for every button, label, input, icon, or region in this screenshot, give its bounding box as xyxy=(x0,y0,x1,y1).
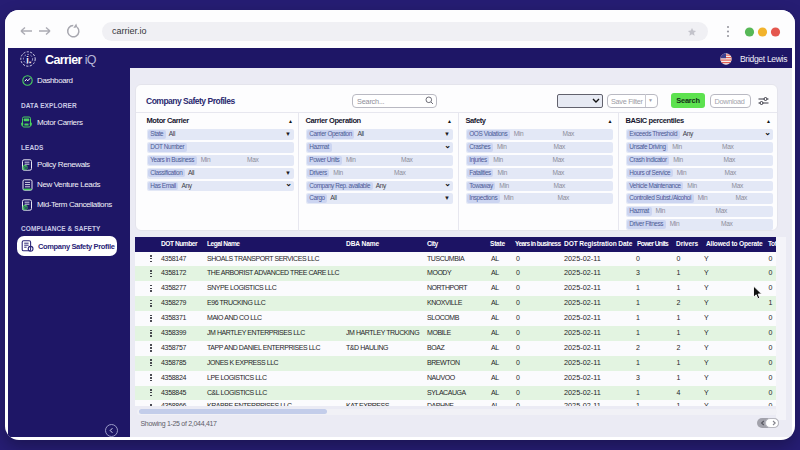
svg-text:i.: i. xyxy=(26,55,31,65)
svg-text:%: % xyxy=(24,204,29,210)
svg-text:%: % xyxy=(24,164,29,170)
